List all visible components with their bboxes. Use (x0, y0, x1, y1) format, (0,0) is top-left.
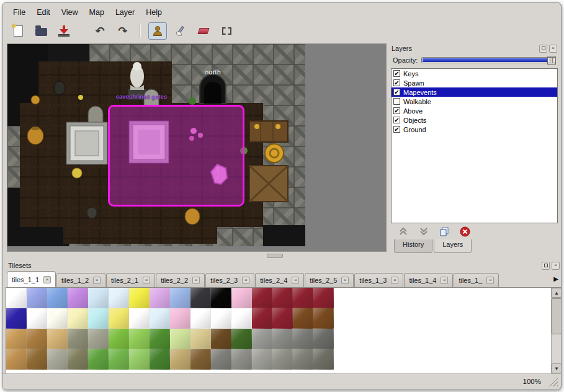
layer-visibility-checkbox[interactable] (393, 79, 400, 86)
stamp-tool-button[interactable] (148, 22, 167, 40)
tileset-tile[interactable] (6, 308, 27, 329)
menu-item[interactable]: File (7, 7, 31, 18)
tileset-tile[interactable] (272, 329, 293, 349)
tileset-tile[interactable] (47, 349, 68, 370)
tileset-tab[interactable]: tiles_2_4 × (255, 273, 304, 287)
tileset-tab[interactable]: tiles_2_2 × (156, 273, 205, 287)
tileset-tab[interactable]: tiles_2_5 × (305, 273, 354, 287)
tileset-tile[interactable] (68, 349, 88, 370)
tileset-tile[interactable] (150, 288, 170, 308)
tab-close-icon[interactable]: × (486, 277, 494, 284)
tileset-tile[interactable] (68, 288, 88, 308)
tileset-tile[interactable] (211, 308, 231, 329)
tileset-tile[interactable] (170, 329, 190, 349)
tileset-tile[interactable] (170, 308, 190, 329)
tab-scroll-right-button[interactable]: ▶ (551, 273, 561, 285)
scroll-up-button[interactable]: ▲ (552, 288, 562, 298)
menu-item[interactable]: Map (84, 7, 110, 18)
tileset-tile[interactable] (231, 329, 252, 349)
tab-close-icon[interactable]: × (192, 277, 200, 284)
tileset-tile[interactable] (170, 288, 190, 308)
tileset-tile[interactable] (190, 308, 211, 329)
close-panel-button[interactable]: × (552, 262, 560, 270)
tileset-tile[interactable] (313, 288, 334, 308)
layer-visibility-checkbox[interactable] (393, 126, 400, 133)
tileset-tile[interactable] (6, 349, 27, 370)
tileset-tile[interactable] (211, 329, 231, 349)
tileset-tab[interactable]: tiles_2_3 × (205, 273, 254, 287)
tileset-tile[interactable] (190, 349, 211, 370)
tab-close-icon[interactable]: × (292, 277, 299, 284)
tileset-tile[interactable] (272, 349, 293, 370)
tileset-tile[interactable] (27, 329, 47, 349)
select-tool-button[interactable] (217, 22, 236, 40)
tileset-tile[interactable] (109, 288, 129, 308)
tileset-tile[interactable] (252, 308, 272, 329)
tab-close-icon[interactable]: × (43, 276, 51, 283)
tileset-tile[interactable] (293, 308, 313, 329)
tileset-vertical-scrollbar[interactable]: ▲ ▼ (551, 288, 562, 373)
menu-item[interactable]: View (56, 7, 84, 18)
map-view[interactable]: north caveshrine2 gates (7, 44, 305, 246)
tileset-tile[interactable] (293, 349, 313, 370)
layer-visibility-checkbox[interactable] (393, 107, 400, 114)
tileset-tile[interactable] (129, 329, 150, 349)
resize-grip[interactable] (549, 378, 558, 386)
tileset-tab[interactable]: tiles_2_1 × (106, 273, 155, 287)
opacity-slider-handle[interactable] (547, 56, 556, 65)
tileset-tile[interactable] (129, 349, 150, 370)
tileset-tile[interactable] (313, 329, 334, 349)
tileset-tile[interactable] (88, 329, 109, 349)
duplicate-layer-button[interactable] (439, 226, 450, 237)
tileset-tile[interactable] (150, 349, 170, 370)
layer-row[interactable]: Mapevents (392, 87, 557, 97)
tileset-tile[interactable] (293, 329, 313, 349)
layer-visibility-checkbox[interactable] (393, 70, 400, 77)
tileset-tile[interactable] (6, 288, 27, 308)
brush-tool-button[interactable] (171, 22, 190, 40)
tileset-tile[interactable] (252, 329, 272, 349)
tileset-tab[interactable]: tiles_1_4 × (404, 273, 453, 287)
tab-close-icon[interactable]: × (143, 277, 150, 284)
menu-item[interactable]: Help (140, 7, 168, 18)
tileset-tile[interactable] (190, 288, 211, 308)
tileset-tile[interactable] (68, 329, 88, 349)
tileset-tile[interactable] (88, 288, 109, 308)
tileset-tab[interactable]: tiles_1_3 × (354, 273, 403, 287)
panel-tab[interactable]: History (394, 239, 432, 253)
tileset-tile[interactable] (211, 349, 231, 370)
tileset-tile[interactable] (109, 308, 129, 329)
lower-layer-button[interactable] (418, 226, 429, 237)
layer-visibility-checkbox[interactable] (393, 98, 400, 105)
layer-row[interactable]: Walkable (392, 97, 557, 106)
tab-close-icon[interactable]: × (441, 277, 448, 284)
tileset-tile[interactable] (272, 288, 293, 308)
save-button[interactable] (55, 22, 73, 40)
tileset-tile[interactable] (27, 308, 47, 329)
tileset-tile[interactable] (68, 308, 88, 329)
opacity-slider[interactable] (421, 57, 556, 63)
tileset-tile[interactable] (150, 329, 170, 349)
tileset-tile[interactable] (88, 349, 109, 370)
tileset-tile[interactable] (109, 349, 129, 370)
open-button[interactable] (32, 22, 50, 40)
tileset-tile[interactable] (313, 349, 334, 370)
tileset-tile[interactable] (313, 308, 334, 329)
tileset-tile[interactable] (272, 308, 293, 329)
tileset-tile[interactable] (27, 288, 47, 308)
layer-row[interactable]: Objects (392, 115, 557, 125)
tab-close-icon[interactable]: × (93, 277, 101, 284)
tileset-tile[interactable] (252, 288, 272, 308)
tileset-tile[interactable] (129, 308, 150, 329)
tileset-tile[interactable] (129, 288, 150, 308)
tileset-tile[interactable] (190, 329, 211, 349)
tileset-tile[interactable] (231, 288, 252, 308)
eraser-tool-button[interactable] (194, 22, 213, 40)
tab-close-icon[interactable]: × (242, 277, 249, 284)
layer-row[interactable]: Spawn (392, 78, 557, 87)
tileset-tile[interactable] (47, 288, 68, 308)
splitter-handle[interactable] (267, 254, 283, 258)
tileset-tab[interactable]: tiles_1_ × (454, 273, 499, 287)
layer-row[interactable]: Keys (392, 69, 557, 78)
tileset-tile[interactable] (109, 329, 129, 349)
